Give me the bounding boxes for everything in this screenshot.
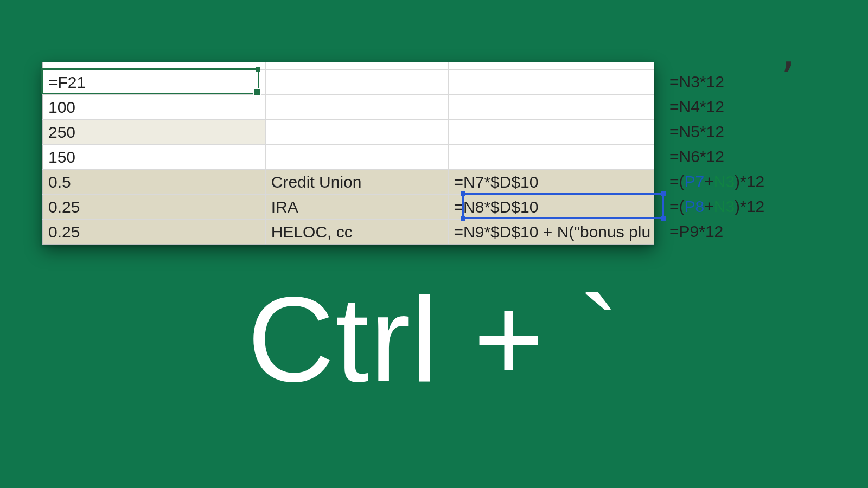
table-row[interactable]: 150 bbox=[43, 145, 655, 170]
cell-formula[interactable]: =N9*$D$10 + N("bonus plu bbox=[448, 220, 654, 245]
table-row[interactable]: 0.25 IRA =N8*$D$10 bbox=[43, 195, 655, 220]
cell-label[interactable] bbox=[265, 145, 448, 170]
cell-formula[interactable] bbox=[448, 95, 654, 120]
cell-formula2[interactable]: =N4*12 bbox=[669, 94, 724, 119]
row-stub bbox=[43, 62, 655, 70]
cell-value[interactable]: 100 bbox=[43, 95, 266, 120]
formula-grid[interactable]: =F21 100 250 150 0.5 Credit Unio bbox=[42, 62, 654, 245]
table-row[interactable]: 0.5 Credit Union =N7*$D$10 bbox=[43, 170, 655, 195]
cell-formula[interactable] bbox=[448, 145, 654, 170]
comma-flag-icon: , bbox=[779, 54, 798, 60]
cell-formula2[interactable]: =N3*12 bbox=[669, 69, 724, 94]
cell-label[interactable] bbox=[265, 70, 448, 95]
table-row[interactable]: 100 bbox=[43, 95, 655, 120]
table-row[interactable]: =F21 bbox=[43, 70, 655, 95]
cell-formula2[interactable]: =P9*12 bbox=[669, 219, 723, 244]
cell-value[interactable]: =F21 bbox=[43, 70, 266, 95]
cell-value[interactable]: 0.5 bbox=[43, 170, 266, 195]
cell-formula2[interactable]: =(P8+N3)*12 bbox=[669, 194, 764, 219]
cell-label[interactable]: Credit Union bbox=[265, 170, 448, 195]
cell-value[interactable]: 250 bbox=[43, 120, 266, 145]
shortcut-caption: Ctrl + ` bbox=[0, 279, 868, 400]
cell-value[interactable]: 0.25 bbox=[43, 195, 266, 220]
cell-label[interactable] bbox=[265, 95, 448, 120]
cell-formula[interactable]: =N8*$D$10 bbox=[448, 195, 654, 220]
cell-value[interactable]: 150 bbox=[43, 145, 266, 170]
table-row[interactable]: 250 bbox=[43, 120, 655, 145]
cell-formula[interactable]: =N7*$D$10 bbox=[448, 170, 654, 195]
cell-label[interactable]: HELOC, cc bbox=[265, 220, 448, 245]
cell-formula2[interactable]: =N5*12 bbox=[669, 119, 724, 144]
cell-formula[interactable] bbox=[448, 70, 654, 95]
cell-formula2[interactable]: =(P7+N3)*12 bbox=[669, 169, 764, 194]
cell-formula2[interactable]: =N6*12 bbox=[669, 144, 724, 169]
cell-value[interactable]: 0.25 bbox=[43, 220, 266, 245]
cell-formula[interactable] bbox=[448, 120, 654, 145]
spreadsheet-fragment: =F21 100 250 150 0.5 Credit Unio bbox=[42, 62, 654, 245]
table-row[interactable]: 0.25 HELOC, cc =N9*$D$10 + N("bonus plu bbox=[43, 220, 655, 245]
cell-label[interactable] bbox=[265, 120, 448, 145]
cell-label[interactable]: IRA bbox=[265, 195, 448, 220]
